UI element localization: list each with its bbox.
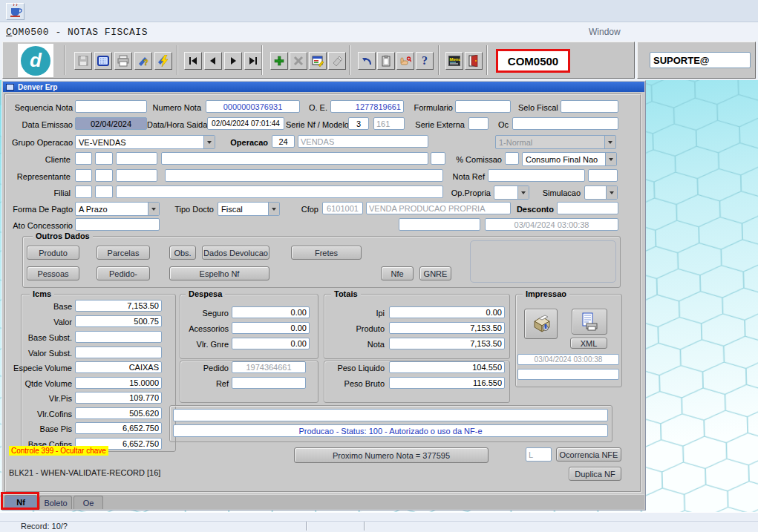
cfop-descricao-field[interactable] — [366, 202, 511, 214]
data-hora-saida-field[interactable] — [207, 117, 284, 130]
dados-devolucao-button[interactable]: Dados Devolucao — [202, 246, 269, 260]
grupo-operacao-combo[interactable]: VE-VENDAS — [75, 135, 215, 149]
icms-base-field[interactable] — [75, 300, 162, 312]
help-button[interactable]: ? — [416, 52, 434, 70]
last-record-button[interactable] — [244, 52, 262, 70]
delete-record-button[interactable] — [290, 52, 307, 70]
impressao-extra-field[interactable] — [517, 369, 619, 380]
serie-nf-field[interactable] — [348, 117, 369, 130]
chevron-down-icon[interactable] — [148, 203, 159, 215]
chevron-down-icon[interactable] — [606, 186, 617, 199]
edit-window-button[interactable] — [309, 52, 327, 70]
icms-valor-subst-field[interactable] — [75, 347, 162, 358]
danfe-button[interactable] — [572, 309, 607, 335]
nfe-button[interactable]: Nfe — [381, 266, 414, 280]
chevron-down-icon[interactable] — [268, 203, 279, 215]
chave-field[interactable] — [399, 218, 480, 231]
consumo-final-combo[interactable]: Consumo Final Nao — [522, 152, 617, 166]
enter-query-button[interactable]: ? — [134, 52, 152, 70]
cliente-nome-field[interactable] — [161, 152, 428, 165]
chevron-down-icon[interactable] — [517, 186, 529, 199]
filial-field-1[interactable] — [75, 185, 92, 198]
ocorrencia-nfe-button[interactable]: Ocorrencia NFE — [556, 447, 621, 462]
mensagem-field[interactable] — [173, 409, 608, 421]
inner-window-titlebar[interactable]: Denver Erp — [3, 82, 644, 92]
filial-field-2[interactable] — [95, 185, 113, 198]
fretes-button[interactable]: Fretes — [291, 246, 362, 260]
nota-ref-field[interactable] — [488, 169, 585, 182]
base-pis-field[interactable] — [75, 422, 162, 434]
chevron-down-icon[interactable] — [605, 153, 616, 165]
representante-field-1[interactable] — [75, 169, 92, 182]
print-button[interactable] — [114, 52, 132, 70]
tab-boleto[interactable]: Boleto — [39, 496, 72, 509]
forma-pagto-combo[interactable]: A Prazo — [75, 202, 160, 216]
chevron-down-icon[interactable] — [203, 136, 215, 148]
menu-button[interactable]: Menu — [445, 52, 463, 70]
display-block-button[interactable] — [94, 52, 112, 70]
peso-bruto-field[interactable] — [389, 377, 505, 389]
cliente-field-2[interactable] — [95, 152, 113, 165]
user-field[interactable] — [650, 52, 751, 68]
representante-field-3[interactable] — [116, 169, 157, 182]
ref-field[interactable] — [232, 377, 306, 389]
clear-record-button[interactable] — [328, 52, 346, 70]
filial-nome-field[interactable] — [116, 185, 443, 198]
data-autorizacao-field[interactable] — [485, 218, 618, 231]
operacao-descricao-field[interactable] — [298, 135, 428, 148]
java-applet-button[interactable] — [6, 3, 24, 20]
nota-ref-serie-field[interactable] — [588, 169, 618, 182]
desconto-field[interactable] — [557, 202, 618, 214]
vlr-pis-field[interactable] — [75, 392, 162, 404]
modelo-field[interactable] — [373, 117, 405, 130]
total-nota-field[interactable] — [389, 338, 505, 349]
oc-field[interactable] — [512, 117, 618, 130]
next-record-button[interactable] — [224, 52, 242, 70]
serie-externa-field[interactable] — [468, 117, 489, 130]
simulacao-combo[interactable] — [584, 185, 618, 200]
execute-query-button[interactable] — [154, 52, 172, 70]
sequencia-nota-field[interactable] — [75, 100, 147, 113]
operacao-codigo-field[interactable] — [272, 135, 295, 148]
cliente-field-3[interactable] — [116, 152, 157, 165]
vlr-cofins-field[interactable] — [75, 407, 162, 419]
tipo-docto-combo[interactable]: Fiscal — [218, 202, 280, 216]
imprimir-nf-button[interactable] — [524, 309, 558, 339]
clipboard-button[interactable] — [377, 52, 395, 70]
window-menu-title[interactable]: COM0500 - NOTAS FISCAIS — [6, 27, 148, 38]
save-button[interactable] — [74, 52, 92, 70]
pedido-field[interactable] — [232, 361, 306, 373]
cliente-uf-field[interactable] — [431, 152, 445, 165]
cliente-field-1[interactable] — [75, 152, 92, 165]
selo-fiscal-field[interactable] — [561, 100, 618, 113]
espelho-nf-button[interactable]: Espelho Nf — [169, 266, 269, 280]
undo-button[interactable] — [358, 52, 376, 70]
ato-concessorio-field[interactable] — [75, 218, 160, 231]
numero-nota-field[interactable] — [206, 100, 300, 113]
qtde-volume-field[interactable] — [75, 377, 162, 389]
tipo-nota-combo[interactable]: 1-Normal — [495, 135, 616, 149]
duplica-nf-button[interactable]: Duplica NF — [569, 467, 621, 481]
comissao-field[interactable] — [505, 152, 519, 165]
chevron-down-icon[interactable] — [604, 136, 615, 148]
total-produto-field[interactable] — [389, 322, 505, 334]
tab-oe[interactable]: Oe — [73, 496, 103, 509]
representante-field-2[interactable] — [95, 169, 113, 182]
data-impressao-field[interactable] — [517, 354, 619, 365]
l-field[interactable] — [526, 447, 552, 462]
ipi-field[interactable] — [389, 306, 505, 318]
insert-record-button[interactable] — [270, 52, 288, 70]
proximo-numero-button[interactable]: Proximo Numero Nota = 377595 — [294, 447, 489, 463]
previous-record-button[interactable] — [204, 52, 222, 70]
cfop-codigo-field[interactable] — [322, 202, 363, 214]
icms-valor-field[interactable] — [75, 315, 162, 327]
xml-button[interactable]: XML — [570, 338, 607, 349]
formulario-field[interactable] — [455, 100, 511, 113]
keys-button[interactable] — [396, 52, 414, 70]
especie-volume-field[interactable] — [75, 361, 162, 373]
exit-button[interactable] — [465, 52, 483, 70]
window-menu-item[interactable]: Window — [589, 27, 621, 37]
peso-liquido-field[interactable] — [389, 361, 505, 373]
produto-button[interactable]: Produto — [27, 246, 79, 260]
gnre-button[interactable]: GNRE — [419, 266, 451, 280]
